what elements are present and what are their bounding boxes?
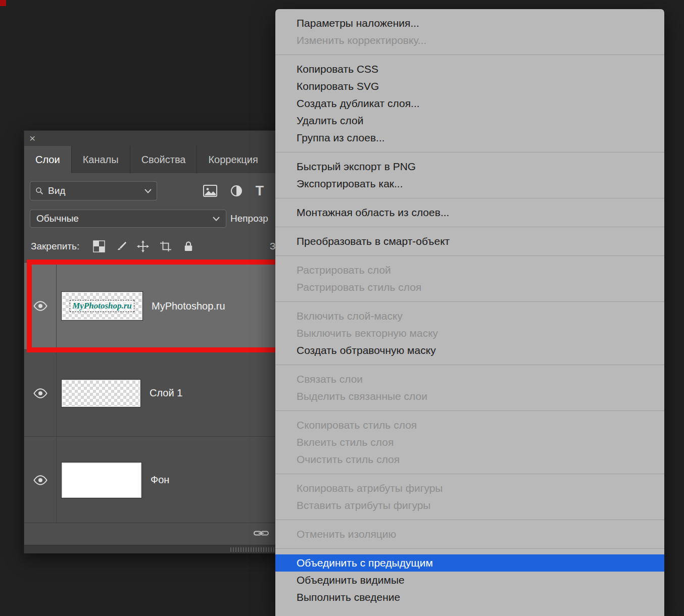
menu-separator bbox=[275, 55, 664, 55]
menu-item: Вклеить стиль слоя bbox=[275, 434, 664, 451]
menu-separator bbox=[275, 255, 664, 256]
menu-item: Включить слой-маску bbox=[275, 307, 664, 325]
fill-label-clipped: З bbox=[270, 237, 275, 256]
tab-layers[interactable]: Слои bbox=[24, 146, 71, 173]
menu-item-label: Изменить корректировку... bbox=[297, 34, 426, 46]
type-filter-icon[interactable]: T bbox=[252, 183, 268, 198]
menu-item: Изменить корректировку... bbox=[275, 32, 664, 49]
menu-item-label: Очистить стиль слоя bbox=[297, 453, 400, 466]
search-icon bbox=[35, 187, 43, 195]
visibility-cell bbox=[24, 350, 57, 436]
menu-item-label: Объединить видимые bbox=[297, 574, 405, 586]
menu-item[interactable]: Параметры наложения... bbox=[275, 15, 664, 32]
blend-mode-select[interactable]: Обычные bbox=[30, 210, 226, 228]
menu-separator bbox=[275, 474, 664, 474]
menu-item-label: Копировать CSS bbox=[297, 63, 378, 75]
type-filter-glyph: T bbox=[256, 184, 264, 198]
filter-kind-value: Вид bbox=[48, 185, 65, 196]
menu-item-label: Вклеить стиль слоя bbox=[297, 436, 394, 448]
menu-item: Вставить атрибуты фигуры bbox=[275, 497, 664, 514]
menu-item-label: Вставить атрибуты фигуры bbox=[297, 499, 430, 511]
menu-item-label: Создать обтравочную маску bbox=[297, 344, 436, 356]
menu-item[interactable]: Выполнить сведение bbox=[275, 589, 664, 606]
filter-kind-select[interactable]: Вид bbox=[30, 181, 157, 200]
menu-item-label: Экспортировать как... bbox=[297, 178, 403, 190]
visibility-eye-icon[interactable] bbox=[33, 301, 48, 311]
menu-separator bbox=[275, 410, 664, 411]
layer-context-menu: Параметры наложения... Изменить корректи… bbox=[275, 9, 664, 616]
menu-item: Копировать атрибуты фигуры bbox=[275, 480, 664, 497]
menu-item[interactable]: Создать обтравочную маску bbox=[275, 342, 664, 359]
menu-item-label: Скопировать стиль слоя bbox=[297, 419, 417, 431]
layer-thumbnail[interactable] bbox=[62, 463, 141, 498]
lock-transparency-icon[interactable] bbox=[92, 239, 106, 253]
lock-artboard-icon[interactable] bbox=[159, 239, 173, 253]
menu-item[interactable]: Преобразовать в смарт-объект bbox=[275, 233, 664, 250]
layer-thumbnail-text: MyPhotoshop.ru bbox=[70, 300, 134, 312]
menu-item-label: Растрировать стиль слоя bbox=[297, 281, 421, 293]
opacity-label: Непрозр bbox=[230, 210, 268, 228]
menu-item: Очистить стиль слоя bbox=[275, 451, 664, 468]
layer-thumbnail[interactable]: MyPhotoshop.ru bbox=[62, 292, 142, 320]
lock-all-icon[interactable] bbox=[181, 239, 196, 253]
image-filter-icon[interactable] bbox=[202, 183, 218, 198]
menu-item: Связать слои bbox=[275, 371, 664, 388]
menu-item-label: Копировать SVG bbox=[297, 80, 379, 92]
menu-item-selected[interactable]: Объединить с предыдущим bbox=[275, 554, 664, 572]
lock-label: Закрепить: bbox=[31, 237, 79, 256]
menu-item: Отменить изоляцию bbox=[275, 526, 664, 543]
chevron-down-icon bbox=[213, 217, 220, 221]
menu-item[interactable]: Копировать SVG bbox=[275, 78, 664, 95]
visibility-cell bbox=[24, 263, 57, 349]
menu-item-label: Выделить связанные слои bbox=[297, 390, 427, 402]
menu-item: Выделить связанные слои bbox=[275, 388, 664, 405]
menu-item[interactable]: Объединить видимые bbox=[275, 572, 664, 589]
menu-item: Выключить векторную маску bbox=[275, 325, 664, 342]
lock-position-icon[interactable] bbox=[136, 239, 150, 253]
menu-separator bbox=[275, 227, 664, 227]
menu-item-label: Копировать атрибуты фигуры bbox=[297, 482, 443, 494]
resize-grip[interactable] bbox=[230, 547, 276, 552]
chevron-down-icon bbox=[144, 189, 152, 193]
menu-item-label: Объединить с предыдущим bbox=[297, 557, 433, 569]
close-icon[interactable]: × bbox=[29, 131, 35, 145]
tab-channels[interactable]: Каналы bbox=[71, 146, 130, 173]
menu-item-label: Выполнить сведение bbox=[297, 591, 400, 603]
layer-thumbnail[interactable] bbox=[62, 380, 140, 407]
tab-adjustments[interactable]: Коррекция bbox=[197, 146, 269, 173]
menu-separator bbox=[275, 365, 664, 365]
menu-item[interactable]: Экспортировать как... bbox=[275, 175, 664, 192]
menu-item: Скопировать стиль слоя bbox=[275, 417, 664, 434]
blend-mode-value: Обычные bbox=[36, 213, 79, 224]
menu-item: Растрировать слой bbox=[275, 262, 664, 279]
menu-separator bbox=[275, 198, 664, 198]
adjustment-filter-icon[interactable] bbox=[228, 183, 245, 198]
menu-list: Параметры наложения... Изменить корректи… bbox=[275, 15, 664, 606]
menu-item[interactable]: Создать дубликат слоя... bbox=[275, 95, 664, 112]
menu-item-label: Создать дубликат слоя... bbox=[297, 97, 420, 110]
menu-item[interactable]: Удалить слой bbox=[275, 112, 664, 129]
menu-item[interactable]: Быстрый экспорт в PNG bbox=[275, 158, 664, 175]
visibility-eye-icon[interactable] bbox=[33, 475, 48, 485]
menu-separator bbox=[275, 301, 664, 302]
menu-item[interactable]: Группа из слоев... bbox=[275, 129, 664, 146]
menu-item-label: Удалить слой bbox=[297, 115, 363, 127]
menu-separator bbox=[275, 520, 664, 520]
link-layers-icon[interactable] bbox=[253, 529, 269, 537]
menu-item-label: Включить слой-маску bbox=[297, 310, 403, 322]
menu-separator bbox=[275, 152, 664, 152]
menu-item-label: Монтажная область из слоев... bbox=[297, 207, 449, 219]
menu-item-label: Связать слои bbox=[297, 373, 363, 385]
menu-item-label: Отменить изоляцию bbox=[297, 528, 396, 540]
lock-pixels-brush-icon[interactable] bbox=[115, 239, 129, 253]
menu-item[interactable]: Монтажная область из слоев... bbox=[275, 204, 664, 221]
menu-item[interactable]: Копировать CSS bbox=[275, 61, 664, 78]
layer-name: MyPhotoshop.ru bbox=[152, 300, 225, 312]
menu-item-label: Параметры наложения... bbox=[297, 17, 419, 29]
menu-item-label: Растрировать слой bbox=[297, 264, 391, 276]
menu-item: Растрировать стиль слоя bbox=[275, 279, 664, 296]
layer-name: Слой 1 bbox=[150, 387, 182, 399]
tab-properties[interactable]: Свойства bbox=[130, 146, 197, 173]
menu-item-label: Быстрый экспорт в PNG bbox=[297, 161, 416, 173]
visibility-eye-icon[interactable] bbox=[33, 388, 48, 398]
